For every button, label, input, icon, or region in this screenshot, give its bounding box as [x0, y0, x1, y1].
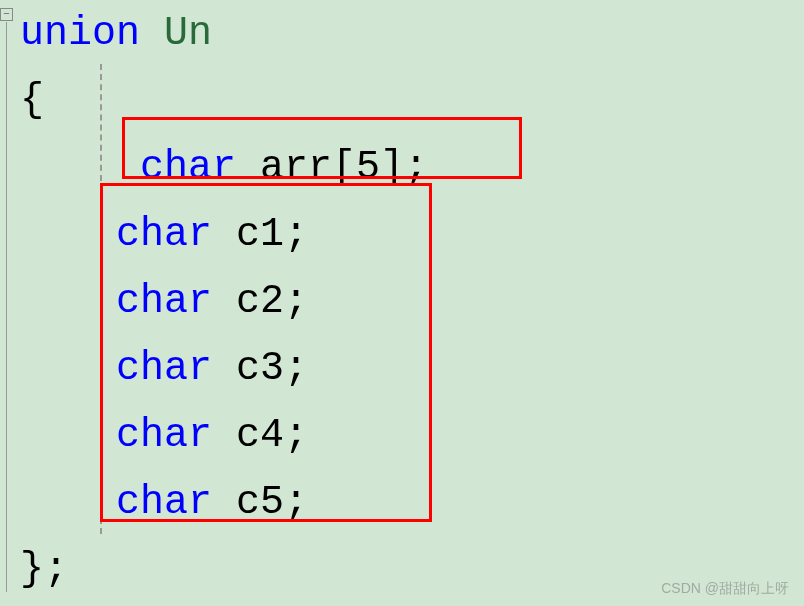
code-line-8: char c5; [20, 469, 428, 536]
indent [20, 212, 116, 257]
keyword-union: union [20, 11, 140, 56]
editor-gutter: − [0, 0, 18, 606]
fold-collapse-icon[interactable]: − [0, 8, 13, 21]
indent [20, 413, 116, 458]
code-line-7: char c4; [20, 402, 428, 469]
identifier-c5: c5; [212, 480, 308, 525]
identifier-arr: arr[5]; [236, 145, 428, 190]
watermark-text: CSDN @甜甜向上呀 [661, 580, 789, 598]
brace-close: }; [20, 547, 68, 592]
keyword-char: char [116, 346, 212, 391]
code-line-3: char arr[5]; [20, 134, 428, 201]
indent [20, 279, 116, 324]
identifier-c4: c4; [212, 413, 308, 458]
indent [20, 145, 140, 190]
type-name: Un [164, 11, 212, 56]
code-line-6: char c3; [20, 335, 428, 402]
code-line-4: char c1; [20, 201, 428, 268]
identifier-c2: c2; [212, 279, 308, 324]
keyword-char: char [140, 145, 236, 190]
brace-open: { [20, 78, 44, 123]
fold-guide-line [6, 22, 7, 592]
space [140, 11, 164, 56]
code-line-9: }; [20, 536, 428, 603]
code-line-2: { [20, 67, 428, 134]
identifier-c1: c1; [212, 212, 308, 257]
identifier-c3: c3; [212, 346, 308, 391]
keyword-char: char [116, 212, 212, 257]
keyword-char: char [116, 279, 212, 324]
code-line-1: union Un [20, 0, 428, 67]
code-line-5: char c2; [20, 268, 428, 335]
indent [20, 346, 116, 391]
keyword-char: char [116, 413, 212, 458]
keyword-char: char [116, 480, 212, 525]
code-block: union Un { char arr[5]; char c1; char c2… [20, 0, 428, 603]
indent [20, 480, 116, 525]
